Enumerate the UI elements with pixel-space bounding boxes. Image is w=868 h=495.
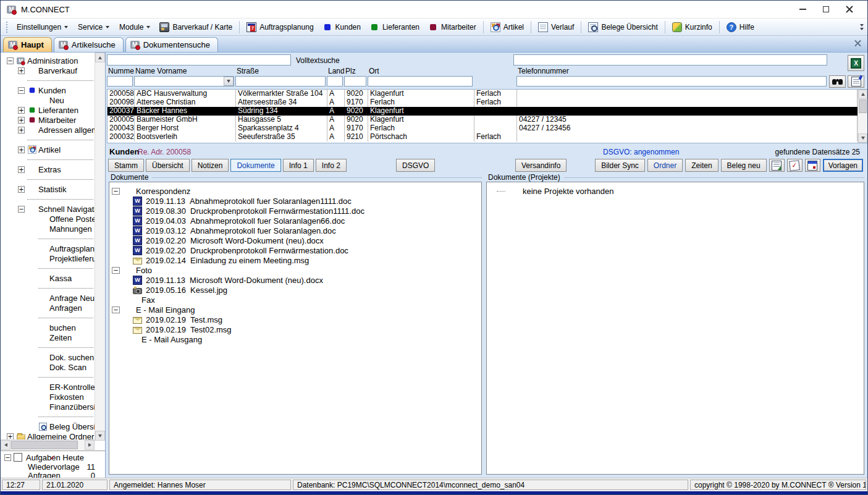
sidebar-item-extras[interactable]: Extras xyxy=(1,164,95,174)
document-folder-e-mail-eingang[interactable]: E - Mail Eingang xyxy=(109,305,481,315)
toolbar-button-lieferanten[interactable]: Lieferanten xyxy=(365,20,424,34)
maximize-button[interactable] xyxy=(814,1,838,17)
sidebar-item-zeiten[interactable]: Zeiten xyxy=(1,332,95,342)
tab-close-icon[interactable] xyxy=(854,40,861,47)
sidebar-item-projektlieferung[interactable]: Projektlieferung xyxy=(1,253,95,263)
close-button[interactable] xyxy=(838,1,861,17)
tree-expander[interactable] xyxy=(18,87,25,94)
versandinfo-button[interactable]: Versandinfo xyxy=(515,159,567,172)
document-item[interactable]: 2019.11.13Abnahmeprotokoll fuer Solaranl… xyxy=(109,196,481,206)
menu-service[interactable]: Service xyxy=(73,20,114,34)
sidebar-item-finanzübersicht[interactable]: Finanzübersicht xyxy=(1,402,95,412)
toolbar-button-artikel[interactable]: Artikel xyxy=(486,20,528,34)
tab-haupt[interactable]: Haupt xyxy=(3,37,52,52)
sidebar-item-fixkosten[interactable]: Fixkosten xyxy=(1,392,95,402)
sidebar-item-kunden[interactable]: Kunden xyxy=(1,85,95,95)
task-item-anfragen[interactable]: Anfragen0 xyxy=(1,471,105,478)
detail-tab-info-2[interactable]: Info 2 xyxy=(316,159,347,172)
sidebar-item-auftragsplanung[interactable]: Auftragsplanung xyxy=(1,243,95,253)
tree-expander[interactable] xyxy=(18,166,25,173)
sidebar-item-dok-suchen[interactable]: Dok. suchen xyxy=(1,352,95,362)
detail-tab-info-1[interactable]: Info 1 xyxy=(283,159,314,172)
table-row[interactable]: 200037Bäcker HannesSüdring 134A9020Klage… xyxy=(107,107,857,116)
toolbar-overflow-icon[interactable] xyxy=(857,20,866,34)
filter-telefon-input[interactable] xyxy=(516,76,827,87)
sidebar-item-er-kontrolle[interactable]: ER-Kontrolle xyxy=(1,382,95,392)
table-row[interactable]: 200032BootsverleihSeeuferstraße 35A9210P… xyxy=(107,133,857,142)
form-button[interactable] xyxy=(848,75,864,88)
sidebar-horizontal-scrollbar[interactable] xyxy=(1,439,95,450)
tree-expander[interactable] xyxy=(7,57,14,64)
sidebar-item-adressen-allgem[interactable]: Adressen allgem. xyxy=(1,125,95,135)
button-zeiten[interactable]: Zeiten xyxy=(685,159,718,172)
button-ordner[interactable]: Ordner xyxy=(647,159,683,172)
fulltext-search-input[interactable] xyxy=(513,54,827,66)
document-item[interactable]: 2019.02.20Druckprobenprotokoll Fernwärme… xyxy=(109,245,481,255)
filter-name-dropdown-icon[interactable] xyxy=(224,77,234,86)
document-item[interactable]: 2019.02.20Microsoft Word-Dokument (neu).… xyxy=(109,235,481,245)
sidebar-item-lieferanten[interactable]: Lieferanten xyxy=(1,105,95,115)
tree-expander[interactable] xyxy=(18,206,25,213)
sidebar-item-statistik[interactable]: Statistik xyxy=(1,184,95,194)
toolbar-button-kunden[interactable]: Kunden xyxy=(318,20,365,34)
dsgvo-button[interactable]: DSGVO xyxy=(396,159,435,172)
sidebar-vertical-scrollbar[interactable] xyxy=(95,53,105,441)
document-folder-fax[interactable]: Fax xyxy=(109,295,481,305)
minimize-button[interactable] xyxy=(791,1,814,17)
scroll-up-icon[interactable] xyxy=(858,90,867,99)
scroll-down-icon[interactable] xyxy=(95,431,105,441)
detail-tab-stamm[interactable]: Stamm xyxy=(108,159,144,172)
toolbar-button-mitarbeiter[interactable]: Mitarbeiter xyxy=(424,20,481,34)
filter-land-input[interactable] xyxy=(327,76,343,87)
sidebar-item-kassa[interactable]: Kassa xyxy=(1,273,95,283)
sidebar-item-neu[interactable]: Neu xyxy=(1,95,95,105)
scroll-up-icon[interactable] xyxy=(95,53,105,62)
sidebar-item-artikel[interactable]: Artikel xyxy=(1,145,95,154)
menu-module[interactable]: Module xyxy=(114,20,155,34)
tree-expander[interactable] xyxy=(112,188,120,195)
tree-expander[interactable] xyxy=(7,433,14,440)
filter-strasse-input[interactable] xyxy=(235,76,326,87)
document-item[interactable]: 2019.04.03Abnahmeprotokoll fuer Solaranl… xyxy=(109,216,481,226)
document-folder-korrespondenz[interactable]: Korrespondenz xyxy=(109,186,481,196)
table-row[interactable]: 200098Attersee ChristianAtterseestraße 3… xyxy=(107,98,857,107)
vorlagen-button[interactable]: Vorlagen xyxy=(823,159,863,172)
filter-name-input[interactable] xyxy=(134,76,234,87)
table-vertical-scrollbar[interactable] xyxy=(857,90,867,143)
toolbar-button-auftragsplanung[interactable]: Auftragsplanung xyxy=(242,20,318,34)
sidebar-item-buchen[interactable]: buchen xyxy=(1,323,95,332)
sidebar-item-offene-posten[interactable]: Offene Posten xyxy=(1,214,95,224)
menu-einstellungen[interactable]: Einstellungen xyxy=(12,20,73,34)
sidebar-item-barverkauf[interactable]: Barverkauf xyxy=(1,66,95,75)
toolbar-button-belege-übersicht[interactable]: Belege Übersicht xyxy=(584,20,662,34)
button-report-icon[interactable] xyxy=(769,159,785,172)
search-button[interactable] xyxy=(829,75,846,88)
filter-plz-input[interactable] xyxy=(344,76,366,87)
table-row[interactable]: 200005Baumeister GmbHHausgasse 5A9020Kla… xyxy=(107,116,857,124)
sidebar-item-dok-scan[interactable]: Dok. Scan xyxy=(1,362,95,372)
tree-expander[interactable] xyxy=(18,186,25,193)
detail-tab-übersicht[interactable]: Übersicht xyxy=(146,159,190,172)
toolbar-button-verlauf[interactable]: Verlauf xyxy=(534,20,578,34)
scrollbar-thumb[interactable] xyxy=(11,441,78,449)
tab-artikelsuche[interactable]: Artikelsuche xyxy=(54,37,124,52)
scrollbar-thumb[interactable] xyxy=(859,99,867,113)
tree-expander[interactable] xyxy=(18,127,25,133)
tree-expander[interactable] xyxy=(112,307,120,313)
toolbar-button-kurzinfo[interactable]: Kurzinfo xyxy=(668,20,717,34)
toolbar-button-barverkauf-karte[interactable]: Barverkauf / Karte xyxy=(155,20,237,34)
document-folder-e-mail-ausgang[interactable]: E - Mail Ausgang xyxy=(109,334,481,344)
quick-search-input[interactable] xyxy=(107,54,291,66)
tree-expander[interactable] xyxy=(18,146,25,153)
sidebar-item-anfragen[interactable]: Anfragen xyxy=(1,303,95,313)
sidebar-item-schnell-navigation[interactable]: Schnell Navigation xyxy=(1,204,95,214)
detail-tab-dokumente[interactable]: Dokumente xyxy=(230,159,280,172)
sidebar-item-administration[interactable]: Administration xyxy=(1,56,95,66)
scroll-left-icon[interactable] xyxy=(1,440,11,450)
button-bilder-sync[interactable]: Bilder Sync xyxy=(595,159,645,172)
tree-expander[interactable] xyxy=(18,67,25,74)
tasks-header[interactable]: Aufgaben Heute xyxy=(1,452,105,462)
document-folder-foto[interactable]: Foto xyxy=(109,265,481,275)
document-item[interactable]: 2019.08.30Druckprobenprotokoll Fernwärme… xyxy=(109,206,481,216)
sidebar-item-mahnungen[interactable]: Mahnungen xyxy=(1,224,95,234)
